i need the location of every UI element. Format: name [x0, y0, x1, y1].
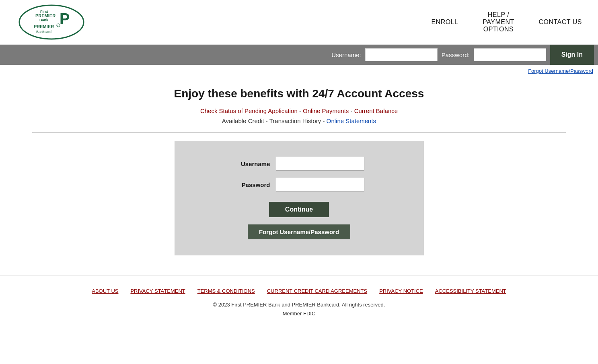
forgot-bar: Forgot Username/Password	[0, 65, 598, 75]
benefits-line-1: Check Status of Pending Application - On…	[16, 107, 582, 114]
sign-in-button[interactable]: Sign In	[550, 45, 594, 65]
login-box: Username Password Continue Forgot Userna…	[175, 141, 424, 255]
svg-text:R: R	[58, 25, 60, 27]
signin-bar: Username: Password: Sign In	[0, 45, 598, 65]
sep4: -	[323, 117, 327, 124]
current-balance-text: Current Balance	[354, 107, 398, 114]
sep1: -	[299, 107, 303, 114]
svg-text:PREMIER: PREMIER	[34, 24, 54, 29]
available-credit-text: Available Credit	[222, 117, 264, 124]
svg-point-0	[19, 5, 84, 39]
help-payment-link[interactable]: HELP / PAYMENT OPTIONS	[474, 11, 522, 33]
terms-conditions-link[interactable]: TERMS & CONDITIONS	[197, 288, 255, 294]
username-bar-label: Username:	[331, 51, 361, 58]
nav-links: ENROLL HELP / PAYMENT OPTIONS CONTACT US	[431, 11, 582, 33]
username-bar-input[interactable]	[365, 48, 438, 61]
continue-button[interactable]: Continue	[269, 202, 329, 217]
logo-area: First PREMIER Bank P PREMIER Bankcard R	[16, 4, 88, 40]
copyright-line2: Member FDIC	[283, 311, 316, 317]
footer-links: ABOUT US PRIVACY STATEMENT TERMS & CONDI…	[0, 276, 598, 300]
header: First PREMIER Bank P PREMIER Bankcard R …	[0, 0, 598, 45]
logo-icon: First PREMIER Bank P PREMIER Bankcard R	[16, 4, 88, 40]
transaction-history-text: Transaction History	[269, 117, 321, 124]
password-row: Password	[199, 178, 400, 191]
credit-card-agreements-link[interactable]: CURRENT CREDIT CARD AGREEMENTS	[267, 288, 367, 294]
forgot-username-password-link-top[interactable]: Forgot Username/Password	[528, 68, 593, 74]
about-us-link[interactable]: ABOUT US	[92, 288, 118, 294]
sep2: -	[351, 107, 354, 114]
privacy-notice-link[interactable]: PRIVACY NOTICE	[379, 288, 423, 294]
username-label: Username	[234, 160, 270, 167]
check-status-text: Check Status of Pending Application	[200, 107, 298, 114]
sep3: -	[266, 117, 269, 124]
forgot-username-password-button[interactable]: Forgot Username/Password	[248, 224, 350, 239]
password-input[interactable]	[276, 178, 364, 191]
enroll-link[interactable]: ENROLL	[431, 19, 458, 26]
password-bar-label: Password:	[442, 51, 470, 58]
svg-text:PREMIER: PREMIER	[35, 13, 55, 18]
svg-text:Bank: Bank	[39, 18, 49, 22]
username-input[interactable]	[276, 157, 364, 171]
accessibility-statement-link[interactable]: ACCESSIBILITY STATEMENT	[435, 288, 506, 294]
divider	[32, 132, 566, 133]
password-label: Password	[234, 181, 270, 188]
copyright-line1: © 2023 First PREMIER Bank and PREMIER Ba…	[213, 302, 385, 308]
footer-copyright: © 2023 First PREMIER Bank and PREMIER Ba…	[0, 300, 598, 326]
main-content: Enjoy these benefits with 24/7 Account A…	[0, 75, 598, 263]
online-statements-text: Online Statements	[327, 117, 376, 124]
privacy-statement-link[interactable]: PRIVACY STATEMENT	[130, 288, 185, 294]
password-bar-input[interactable]	[474, 48, 546, 61]
svg-text:Bankcard: Bankcard	[36, 30, 51, 34]
svg-text:P: P	[60, 10, 70, 27]
online-payments-text: Online Payments	[303, 107, 349, 114]
benefits-line-2: Available Credit - Transaction History -…	[16, 117, 582, 124]
username-row: Username	[199, 157, 400, 171]
page-title: Enjoy these benefits with 24/7 Account A…	[16, 87, 582, 100]
contact-us-link[interactable]: CONTACT US	[538, 19, 582, 26]
